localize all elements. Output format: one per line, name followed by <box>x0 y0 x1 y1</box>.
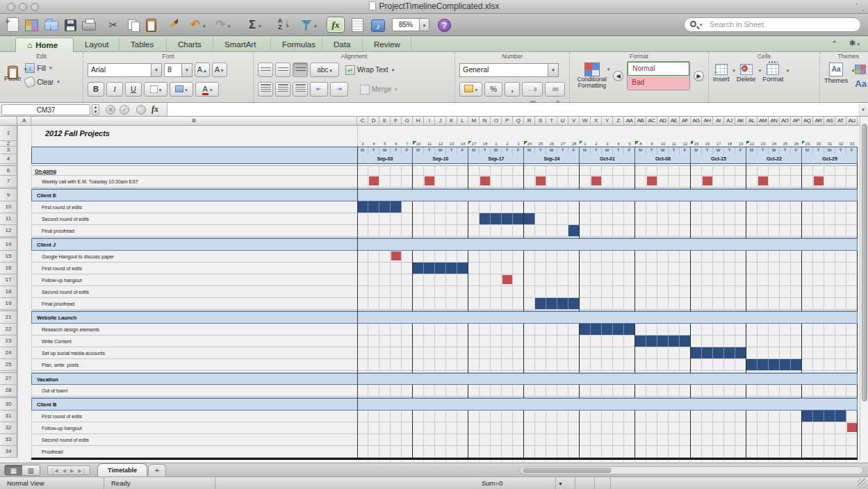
column-header-AD[interactable]: AD <box>657 117 669 125</box>
task-label[interactable]: Set up social media accounts <box>42 347 354 359</box>
row-header-7[interactable]: 7 <box>0 176 17 188</box>
format-cells-button[interactable]: ▾Format <box>762 64 783 83</box>
cut-button[interactable]: ✂ <box>106 17 121 33</box>
task-label[interactable]: Final proofread <box>42 225 354 237</box>
gantt-cell-red[interactable] <box>758 176 768 185</box>
row-header-23[interactable]: 23 <box>0 335 17 347</box>
vertical-scrollbar[interactable] <box>860 117 868 461</box>
merge-button[interactable]: Merge▾ <box>360 83 398 97</box>
column-header-AM[interactable]: AM <box>758 117 769 125</box>
column-header-H[interactable]: H <box>413 117 424 125</box>
section-header-client-j[interactable]: Client J <box>31 238 858 251</box>
row-header-2[interactable]: 2 <box>0 141 17 147</box>
horizontal-scrollbar[interactable] <box>520 466 863 474</box>
column-header-AL[interactable]: AL <box>746 117 758 125</box>
align-top-button[interactable] <box>258 63 273 77</box>
delete-cells-button[interactable]: ×▾Delete <box>737 64 755 83</box>
expand-formula-button[interactable]: ⌃ <box>136 105 146 115</box>
open-button[interactable] <box>44 21 58 31</box>
row-header-30[interactable]: 30 <box>0 398 17 411</box>
column-header-AA[interactable]: AA <box>624 117 635 125</box>
ribbon-tab-tables[interactable]: Tables <box>120 38 167 52</box>
copy-button[interactable] <box>126 17 142 33</box>
row-header-9[interactable]: 9 <box>0 189 17 201</box>
column-header-B[interactable]: B <box>31 117 357 125</box>
gantt-cell-red[interactable] <box>502 275 512 284</box>
paste-button[interactable] <box>146 19 156 32</box>
column-header-S[interactable]: S <box>535 117 546 125</box>
column-header-W[interactable]: W <box>580 117 591 125</box>
orientation-button[interactable]: abc▾ <box>310 63 339 77</box>
row-header-18[interactable]: 18 <box>0 286 17 298</box>
column-header-O[interactable]: O <box>491 117 502 125</box>
font-size-select[interactable]: 8▾ <box>164 63 193 77</box>
column-header-V[interactable]: V <box>568 117 580 125</box>
percent-button[interactable]: % <box>484 82 502 97</box>
gantt-cell-blue[interactable] <box>802 411 846 422</box>
collapse-ribbon-button[interactable]: ⌃ <box>832 40 837 47</box>
row-header-3[interactable]: 3 <box>0 147 17 154</box>
row-header-25[interactable]: 25 <box>0 359 17 371</box>
row-header-27[interactable]: 27 <box>0 373 17 385</box>
decrease-indent-button[interactable]: ⇤ <box>310 82 328 97</box>
gantt-cell-red[interactable] <box>391 251 401 260</box>
section-header-client-e[interactable]: Client E <box>31 189 858 201</box>
column-header-F[interactable]: F <box>391 117 402 125</box>
task-label[interactable]: Follow-up hangout <box>42 422 354 434</box>
row-header-1[interactable]: 1 <box>0 126 17 141</box>
gantt-cell-red[interactable] <box>591 176 601 185</box>
sheet-nav-arrows[interactable]: |◀ ◀ ▶ ▶| <box>47 465 90 475</box>
resize-grip[interactable] <box>858 479 867 488</box>
theme-fonts-button[interactable]: Aa▾ <box>855 76 868 90</box>
column-header-AN[interactable]: AN <box>769 117 780 125</box>
show-ledger-button[interactable] <box>352 18 363 32</box>
row-header-6[interactable]: 6 <box>0 166 17 176</box>
print-button[interactable] <box>82 22 96 31</box>
column-header-Y[interactable]: Y <box>602 117 613 125</box>
row-header-10[interactable]: 10 <box>0 201 17 213</box>
media-browser-button[interactable]: ♪ <box>371 19 385 32</box>
confirm-entry-button[interactable]: ✓ <box>120 105 129 115</box>
gantt-cell-blue[interactable] <box>568 225 580 236</box>
task-label[interactable]: First round of edits <box>42 263 354 274</box>
task-label[interactable]: Research design elements <box>42 324 354 335</box>
sheet-tab-timetable[interactable]: Timetable <box>97 463 147 476</box>
column-header-AB[interactable]: AB <box>635 117 646 125</box>
section-header-website-launch[interactable]: Website Launch <box>31 311 858 324</box>
column-header-AK[interactable]: AK <box>735 117 746 125</box>
undo-dropdown[interactable]: ▾ <box>203 24 206 29</box>
column-header-L[interactable]: L <box>457 117 468 125</box>
week-label[interactable]: Sep-10 <box>413 154 468 164</box>
column-header-AE[interactable]: AE <box>669 117 680 125</box>
row-header-4[interactable]: 4 <box>0 154 17 164</box>
column-header-AU[interactable]: AU <box>846 117 858 125</box>
task-label[interactable]: Second round of edits <box>42 213 354 225</box>
redo-dropdown[interactable]: ▾ <box>228 24 231 29</box>
increase-decimal-button[interactable]: ←.0.00 <box>522 82 543 97</box>
column-header-J[interactable]: J <box>435 117 446 125</box>
sum-indicator[interactable]: Sum=0▼ <box>475 477 556 489</box>
vertical-scrollbar-thumb[interactable] <box>862 124 867 401</box>
column-header-T[interactable]: T <box>546 117 557 125</box>
select-all-corner[interactable] <box>0 117 17 125</box>
row-header-12[interactable]: 12 <box>0 225 17 237</box>
column-header-E[interactable]: E <box>379 117 391 125</box>
gantt-cell-blue[interactable] <box>635 335 691 347</box>
column-header-AJ[interactable]: AJ <box>724 117 735 125</box>
filter-button[interactable] <box>300 19 313 32</box>
column-header-AT[interactable]: AT <box>835 117 846 125</box>
increase-indent-button[interactable]: ⇥ <box>330 82 348 97</box>
formula-input[interactable] <box>167 103 858 116</box>
column-header-AH[interactable]: AH <box>702 117 713 125</box>
autosum-button[interactable]: Σ <box>245 17 260 33</box>
cancel-entry-button[interactable]: ✕ <box>106 105 115 115</box>
task-label[interactable]: Follow-up hangout <box>42 274 354 286</box>
row-header-19[interactable]: 19 <box>0 298 17 310</box>
row-header-15[interactable]: 15 <box>0 251 17 263</box>
gantt-cell-red[interactable] <box>703 176 712 185</box>
help-button[interactable]: ? <box>438 19 451 32</box>
column-header-AQ[interactable]: AQ <box>802 117 813 125</box>
row-header-17[interactable]: 17 <box>0 274 17 286</box>
redo-button[interactable]: ↷ <box>213 17 228 33</box>
section-header-client-b[interactable]: Client B <box>31 398 858 411</box>
